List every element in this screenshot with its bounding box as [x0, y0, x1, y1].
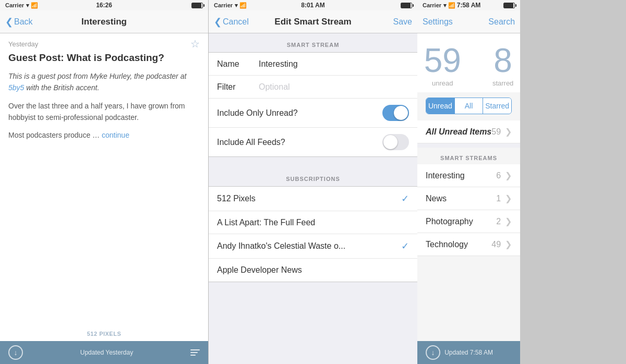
time-2: 8:01 AM	[301, 2, 325, 9]
check-icon-2: ✓	[401, 240, 409, 252]
back-button[interactable]: ❮ Back	[5, 16, 33, 28]
segment-control: Unread All Starred	[426, 98, 512, 114]
unread-label: Include Only Unread?	[217, 108, 382, 118]
subscription-name-3: Apple Developer News	[217, 265, 409, 275]
bottom-bar-3: ↓ Updated 7:58 AM	[417, 341, 520, 364]
subscription-name-2: Andy Ihnatko's Celestial Waste o...	[217, 241, 401, 251]
continue-link[interactable]: continue	[102, 131, 129, 139]
name-value[interactable]: Interesting	[259, 59, 409, 69]
article-panel: Yesterday ☆ Guest Post: What is Podcasti…	[0, 33, 208, 341]
download-icon-1[interactable]: ↓	[8, 345, 23, 360]
stream-count-0: 6	[496, 171, 501, 180]
stream-label-2: Photography	[426, 217, 496, 226]
article-body: This is a guest post from Myke Hurley, t…	[8, 70, 200, 141]
battery-icon-3	[503, 3, 515, 8]
bottom-text-1: Updated Yesterday	[80, 349, 133, 356]
article-title: Guest Post: What is Podcasting?	[8, 52, 200, 64]
segment-unread[interactable]: Unread	[426, 98, 455, 114]
save-button[interactable]: Save	[393, 17, 412, 27]
time-3: 7:58 AM	[457, 2, 481, 9]
smart-stream-section-header: SMART STREAM	[209, 33, 417, 52]
stream-label-1: News	[426, 194, 496, 203]
cancel-button[interactable]: ❮ Cancel	[214, 16, 249, 28]
status-bar-3: Carrier ▾ 📶 7:58 AM	[417, 0, 520, 10]
wifi-icon-3: ▾ 📶	[443, 2, 455, 9]
stream-label-3: Technology	[426, 240, 491, 249]
stream-settings-table: Name Interesting Filter Optional Include…	[209, 52, 417, 157]
list-icon-1[interactable]	[190, 349, 200, 356]
subscriptions-table: 512 Pixels ✓ A List Apart: The Full Feed…	[209, 186, 417, 282]
stream-label-0: Interesting	[426, 171, 496, 180]
article-source: 512 PIXELS	[0, 326, 208, 341]
article-date: Yesterday	[8, 40, 38, 48]
stream-chevron-icon-3: ❯	[505, 239, 512, 249]
all-unread-label: All Unread Items	[426, 127, 491, 137]
form-panel: SMART STREAM Name Interesting Filter Opt…	[209, 33, 417, 364]
carrier-label-1: Carrier	[5, 2, 24, 8]
subscriptions-section-header: SUBSCRIPTIONS	[209, 167, 417, 186]
feeds-toggle[interactable]	[382, 134, 409, 150]
subscription-item-3[interactable]: Apple Developer News	[209, 259, 417, 282]
all-unread-item[interactable]: All Unread Items 59 ❯	[417, 120, 520, 143]
filter-placeholder[interactable]: Optional	[259, 82, 409, 92]
download-icon-3[interactable]: ↓	[426, 345, 440, 360]
subscription-name-1: A List Apart: The Full Feed	[217, 218, 409, 227]
wifi-icon-2: ▾ 📶	[235, 2, 247, 9]
unread-count: 59	[424, 44, 461, 77]
subscription-item-0[interactable]: 512 Pixels ✓	[209, 187, 417, 211]
nav-bar-1: ❮ Back Interesting	[0, 10, 208, 33]
all-unread-count: 59	[491, 127, 501, 137]
article-date-row: Yesterday ☆	[0, 33, 208, 52]
subscription-item-1[interactable]: A List Apart: The Full Feed	[209, 211, 417, 234]
segment-all[interactable]: All	[455, 98, 484, 114]
article-content: Guest Post: What is Podcasting? This is …	[0, 52, 208, 326]
smart-streams-header: SMART STREAMS	[417, 148, 520, 164]
all-unread-chevron-icon: ❯	[505, 127, 512, 137]
time-1: 16:26	[96, 2, 112, 9]
unread-label: unread	[424, 79, 461, 87]
subscription-name-0: 512 Pixels	[217, 194, 401, 203]
settings-title: Settings	[423, 17, 453, 27]
stats-row: 59 unread 8 starred	[417, 33, 520, 92]
star-icon[interactable]: ☆	[190, 38, 200, 50]
battery-icon-2	[401, 3, 412, 8]
panel-settings: Carrier ▾ 📶 7:58 AM Settings Search 59 u…	[417, 0, 520, 364]
back-label: Back	[14, 17, 33, 27]
status-bar-1: Carrier ▾ 📶 16:26	[0, 0, 208, 10]
article-body-para1: Over the last three and a half years, I …	[8, 100, 200, 124]
segment-starred[interactable]: Starred	[483, 98, 511, 114]
search-button[interactable]: Search	[488, 17, 515, 27]
stream-item-interesting[interactable]: Interesting 6 ❯	[417, 164, 520, 187]
nav-title-1: Interesting	[81, 17, 127, 27]
cancel-chevron-icon: ❮	[214, 16, 222, 28]
carrier-label-3: Carrier	[423, 2, 441, 8]
check-icon-0: ✓	[401, 193, 409, 204]
name-row: Name Interesting	[209, 53, 417, 76]
unread-toggle[interactable]	[382, 105, 409, 121]
back-chevron-icon: ❮	[5, 16, 13, 28]
stream-count-1: 1	[496, 194, 501, 203]
feeds-toggle-row: Include All Feeds?	[209, 128, 417, 156]
article-link[interactable]: 5by5	[8, 83, 24, 92]
stream-chevron-icon-1: ❯	[505, 193, 512, 203]
stream-count-3: 49	[491, 240, 501, 249]
article-body-italic: This is a guest post from Myke Hurley, t…	[8, 72, 186, 92]
nav-bar-3: Settings Search	[417, 10, 520, 33]
subscription-item-2[interactable]: Andy Ihnatko's Celestial Waste o... ✓	[209, 234, 417, 259]
stream-item-technology[interactable]: Technology 49 ❯	[417, 233, 520, 256]
bottom-bar-1: ↓ Updated Yesterday	[0, 341, 208, 364]
cancel-label: Cancel	[223, 17, 249, 27]
settings-list: All Unread Items 59 ❯ SMART STREAMS Inte…	[417, 120, 520, 341]
stream-chevron-icon-0: ❯	[505, 171, 512, 180]
stream-item-news[interactable]: News 1 ❯	[417, 187, 520, 210]
status-bar-2: Carrier ▾ 📶 8:01 AM	[209, 0, 417, 10]
panel-article: Carrier ▾ 📶 16:26 ❮ Back Interesting Yes…	[0, 0, 209, 364]
nav-title-2: Edit Smart Stream	[274, 17, 351, 27]
filter-label: Filter	[217, 82, 259, 92]
name-label: Name	[217, 59, 259, 69]
stream-item-photography[interactable]: Photography 2 ❯	[417, 210, 520, 233]
starred-label: starred	[492, 79, 513, 87]
unread-stat: 59 unread	[424, 44, 461, 87]
battery-icon-1	[191, 3, 203, 8]
carrier-label-2: Carrier	[214, 2, 233, 8]
